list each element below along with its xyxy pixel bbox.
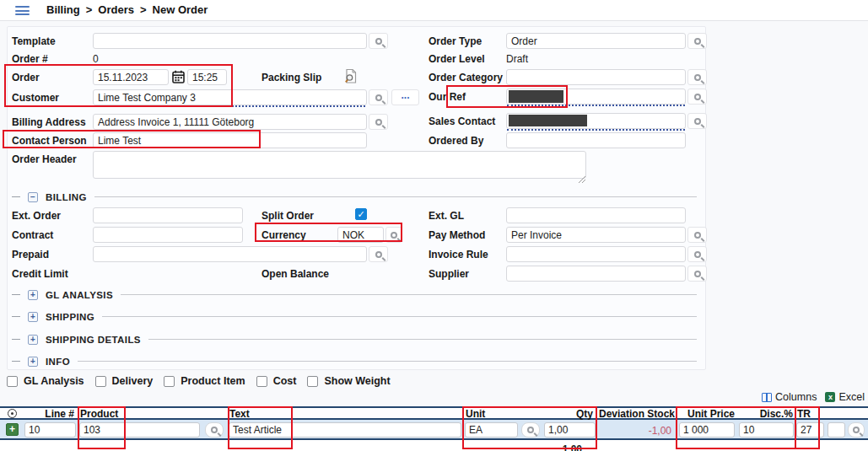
gl-analysis-checkbox[interactable]: [7, 376, 18, 387]
line-number-cell-input[interactable]: [24, 422, 76, 438]
breadcrumb-item-billing[interactable]: Billing: [46, 3, 80, 16]
expand-icon[interactable]: [28, 290, 38, 300]
search-icon: [694, 94, 701, 100]
section-billing: BILLING: [12, 191, 697, 202]
customer-input[interactable]: [93, 89, 367, 105]
currency-lookup-button[interactable]: [385, 227, 402, 243]
search-icon: [694, 118, 701, 125]
search-icon: [375, 251, 382, 258]
col-qty-header[interactable]: Qty: [544, 408, 593, 420]
grid-options-row: GL Analysis Delivery Product Item Cost S…: [7, 375, 391, 387]
sales-contact-lookup-button[interactable]: [687, 113, 707, 129]
product-cell-input[interactable]: [79, 422, 200, 438]
ordered-by-input[interactable]: [506, 132, 686, 148]
order-header-textarea[interactable]: [93, 151, 586, 179]
collapse-icon[interactable]: [28, 192, 38, 202]
col-disc-header[interactable]: Disc.%: [738, 408, 793, 420]
disc-cell-input[interactable]: [739, 422, 794, 438]
billing-address-lookup-button[interactable]: [369, 114, 388, 130]
ext-gl-input[interactable]: [506, 207, 686, 223]
contract-label: Contract: [12, 229, 53, 241]
tr-extra-cell-input[interactable]: [828, 422, 845, 438]
section-shipping-details: SHIPPING DETAILS: [12, 334, 697, 345]
col-product-header[interactable]: Product: [80, 408, 118, 420]
search-icon: [694, 251, 701, 258]
invoice-rule-label: Invoice Rule: [429, 249, 488, 260]
col-text-header[interactable]: Text: [229, 408, 250, 420]
breadcrumb-separator: >: [140, 3, 147, 16]
pay-method-lookup-button[interactable]: [687, 227, 707, 243]
customer-lookup-button[interactable]: [369, 89, 388, 105]
resize-handle-icon[interactable]: [579, 171, 585, 186]
col-unit-header[interactable]: Unit: [466, 408, 485, 420]
breadcrumb-item-orders[interactable]: Orders: [98, 3, 134, 16]
order-date-input[interactable]: [93, 69, 169, 85]
order-type-input[interactable]: [506, 33, 686, 49]
columns-button[interactable]: Columns: [762, 391, 817, 403]
unit-price-cell-input[interactable]: [679, 422, 735, 438]
pay-method-input[interactable]: [506, 227, 686, 243]
order-number-value: 0: [93, 53, 99, 65]
order-category-input[interactable]: [506, 69, 686, 85]
template-input[interactable]: [93, 33, 367, 49]
search-icon: [694, 38, 701, 45]
contract-input[interactable]: [93, 227, 243, 243]
unit-cell-input[interactable]: [465, 422, 518, 438]
qty-cell-input[interactable]: [544, 422, 596, 438]
prepaid-input[interactable]: [93, 246, 367, 262]
packing-slip-preview-icon[interactable]: [343, 68, 359, 88]
expand-icon[interactable]: [28, 312, 38, 322]
currency-input[interactable]: [337, 227, 384, 243]
col-unit-price-header[interactable]: Unit Price: [687, 408, 735, 420]
breadcrumb-item-new-order: New Order: [153, 3, 208, 16]
breadcrumb-separator: >: [86, 3, 93, 16]
supplier-lookup-button[interactable]: [687, 266, 707, 282]
section-dash: [12, 196, 20, 197]
unit-lookup-button[interactable]: [521, 422, 540, 438]
show-weight-checkbox[interactable]: [307, 376, 318, 387]
contact-person-label: Contact Person: [12, 135, 87, 147]
expand-icon[interactable]: [28, 357, 38, 367]
cost-checkbox[interactable]: [256, 376, 267, 387]
product-item-checkbox[interactable]: [164, 376, 175, 387]
search-icon: [391, 232, 397, 239]
ext-order-input[interactable]: [93, 207, 243, 223]
delivery-checkbox[interactable]: [95, 376, 106, 387]
invoice-rule-lookup-button[interactable]: [687, 246, 707, 262]
expand-icon[interactable]: [28, 335, 38, 345]
section-title: BILLING: [46, 192, 87, 202]
qty-total-value: 1,00: [531, 443, 582, 451]
search-icon: [527, 427, 534, 433]
customer-more-button[interactable]: ...: [391, 89, 419, 105]
prepaid-lookup-button[interactable]: [369, 246, 388, 262]
hamburger-menu-icon[interactable]: [15, 6, 30, 15]
calendar-icon[interactable]: [172, 70, 185, 87]
template-lookup-button[interactable]: [369, 33, 388, 49]
billing-address-label: Billing Address: [12, 116, 86, 128]
our-ref-dotted-underline: [507, 105, 685, 106]
row-lookup-button[interactable]: [848, 422, 865, 438]
order-time-input[interactable]: [187, 69, 227, 85]
breadcrumb-bar: Billing > Orders > New Order: [0, 0, 868, 21]
tr-cell-input[interactable]: [796, 422, 824, 438]
billing-address-input[interactable]: [93, 114, 367, 130]
order-category-lookup-button[interactable]: [687, 69, 707, 85]
order-type-lookup-button[interactable]: [687, 33, 707, 49]
invoice-rule-input[interactable]: [506, 246, 686, 262]
row-selector-icon[interactable]: [8, 409, 17, 418]
col-line-header[interactable]: Line #: [25, 408, 74, 420]
supplier-input[interactable]: [506, 266, 686, 282]
sales-contact-label: Sales Contact: [429, 115, 495, 127]
order-type-label: Order Type: [429, 35, 482, 47]
split-order-checkbox[interactable]: [355, 208, 367, 220]
add-line-button[interactable]: +: [6, 423, 19, 436]
section-title: SHIPPING: [46, 312, 94, 322]
excel-export-button[interactable]: xExcel: [825, 391, 865, 403]
col-tr-header[interactable]: TR: [797, 408, 811, 420]
contact-person-input[interactable]: [93, 132, 367, 148]
text-cell-input[interactable]: [229, 422, 461, 438]
split-order-label: Split Order: [261, 210, 314, 222]
product-lookup-button[interactable]: [205, 422, 224, 438]
col-deviation-stock-header[interactable]: Deviation Stock: [599, 408, 675, 420]
our-ref-lookup-button[interactable]: [687, 89, 707, 105]
